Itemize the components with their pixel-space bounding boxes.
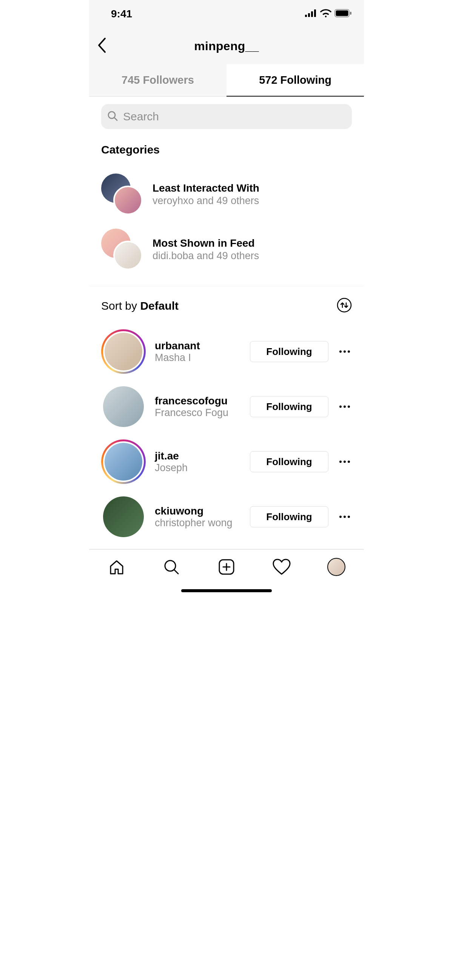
svg-point-15 bbox=[348, 406, 350, 408]
svg-point-9 bbox=[338, 298, 351, 312]
nav-profile[interactable] bbox=[327, 558, 346, 576]
battery-icon bbox=[335, 9, 352, 19]
categories-heading: Categories bbox=[101, 143, 352, 156]
more-button[interactable] bbox=[338, 515, 352, 518]
more-button[interactable] bbox=[338, 460, 352, 463]
sort-button[interactable] bbox=[337, 298, 352, 314]
svg-point-21 bbox=[348, 515, 350, 518]
category-most-shown[interactable]: Most Shown in Feed didi.boba and 49 othe… bbox=[101, 222, 352, 277]
profile-avatar bbox=[327, 558, 345, 576]
category-avatars bbox=[101, 229, 143, 270]
home-indicator bbox=[89, 584, 364, 600]
svg-point-13 bbox=[340, 406, 341, 408]
avatar[interactable] bbox=[101, 384, 146, 429]
user-row[interactable]: urbanant Masha I Following bbox=[89, 324, 364, 379]
svg-point-20 bbox=[343, 515, 346, 518]
avatar[interactable] bbox=[101, 329, 146, 374]
avatar[interactable] bbox=[101, 495, 146, 539]
svg-point-17 bbox=[343, 461, 346, 463]
search-field[interactable] bbox=[101, 104, 352, 129]
following-button[interactable]: Following bbox=[250, 451, 329, 472]
display-name: Joseph bbox=[155, 462, 241, 474]
username: ckiuwong bbox=[155, 505, 241, 517]
user-row[interactable]: ckiuwong christopher wong Following bbox=[89, 489, 364, 544]
search-icon bbox=[107, 111, 118, 123]
svg-line-8 bbox=[114, 118, 117, 120]
search-input[interactable] bbox=[123, 110, 346, 123]
bottom-nav bbox=[89, 549, 364, 584]
status-time: 9:41 bbox=[111, 8, 132, 20]
nav-create[interactable] bbox=[217, 558, 236, 576]
svg-rect-2 bbox=[311, 11, 313, 17]
back-button[interactable] bbox=[97, 37, 107, 55]
avatar[interactable] bbox=[101, 439, 146, 484]
status-bar: 9:41 bbox=[89, 0, 364, 28]
svg-point-12 bbox=[348, 350, 350, 353]
svg-rect-1 bbox=[308, 13, 310, 17]
category-subtitle: didi.boba and 49 others bbox=[153, 250, 259, 262]
status-icons bbox=[305, 9, 352, 19]
nav-home[interactable] bbox=[107, 558, 126, 576]
more-button[interactable] bbox=[338, 405, 352, 408]
user-row[interactable]: jit.ae Joseph Following bbox=[89, 434, 364, 489]
category-least-interacted[interactable]: Least Interacted With veroyhxo and 49 ot… bbox=[101, 167, 352, 222]
svg-rect-5 bbox=[336, 11, 348, 16]
category-avatars bbox=[101, 173, 143, 215]
page-title: minpeng__ bbox=[194, 39, 259, 53]
display-name: christopher wong bbox=[155, 517, 241, 529]
header: minpeng__ bbox=[89, 28, 364, 64]
svg-point-16 bbox=[340, 461, 341, 463]
category-title: Least Interacted With bbox=[153, 182, 259, 194]
tabs: 745 Followers 572 Following bbox=[89, 64, 364, 97]
username: urbanant bbox=[155, 340, 241, 352]
svg-rect-3 bbox=[314, 10, 316, 17]
category-subtitle: veroyhxo and 49 others bbox=[153, 195, 259, 207]
display-name: Masha I bbox=[155, 352, 241, 364]
cellular-icon bbox=[305, 10, 317, 19]
username: francescofogu bbox=[155, 395, 241, 407]
following-button[interactable]: Following bbox=[250, 341, 329, 362]
svg-rect-6 bbox=[350, 12, 351, 15]
categories-section: Categories Least Interacted With veroyhx… bbox=[89, 132, 364, 286]
nav-activity[interactable] bbox=[272, 558, 291, 576]
sort-row: Sort by Default bbox=[89, 286, 364, 324]
svg-point-14 bbox=[343, 406, 346, 408]
user-row[interactable]: francescofogu Francesco Fogu Following bbox=[89, 379, 364, 434]
following-button[interactable]: Following bbox=[250, 506, 329, 527]
sort-label: Sort by Default bbox=[101, 299, 179, 312]
display-name: Francesco Fogu bbox=[155, 407, 241, 419]
nav-search[interactable] bbox=[162, 558, 181, 576]
wifi-icon bbox=[320, 9, 332, 19]
tab-following[interactable]: 572 Following bbox=[226, 64, 364, 96]
category-title: Most Shown in Feed bbox=[153, 237, 259, 249]
tab-followers[interactable]: 745 Followers bbox=[89, 64, 226, 96]
more-button[interactable] bbox=[338, 350, 352, 353]
following-button[interactable]: Following bbox=[250, 396, 329, 417]
svg-point-22 bbox=[165, 560, 175, 571]
svg-point-18 bbox=[348, 461, 350, 463]
username: jit.ae bbox=[155, 450, 241, 462]
svg-point-10 bbox=[340, 350, 341, 353]
svg-point-19 bbox=[340, 515, 341, 518]
svg-rect-0 bbox=[305, 15, 307, 17]
svg-line-23 bbox=[174, 570, 178, 574]
svg-point-11 bbox=[343, 350, 346, 353]
